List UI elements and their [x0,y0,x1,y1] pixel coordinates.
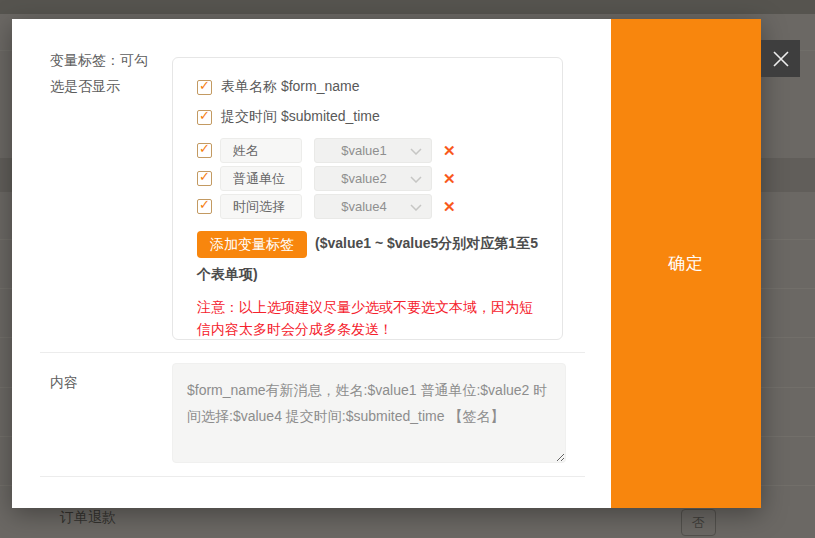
chevron-down-icon [410,148,422,155]
variable-row-label: 提交时间 $submited_time [221,108,380,126]
variable-select[interactable]: $value1 [314,138,432,163]
background-header-bar [0,0,815,14]
variable-row-form-name: 表单名称 $form_name [197,78,544,96]
variable-field-row: $value1 ✕ [197,138,544,163]
sms-variable-settings-dialog: 变量标签：可勾选是否显示 表单名称 $form_name 提交时间 $submi… [12,19,761,508]
field-name-input[interactable] [220,166,302,191]
section-divider [40,476,585,477]
field-name-input[interactable] [220,138,302,163]
variable-tags-section-label: 变量标签：可勾选是否显示 [50,47,156,99]
variable-row-submit-time: 提交时间 $submited_time [197,108,544,126]
close-dialog-button[interactable] [761,40,800,77]
variable-field-row: $value2 ✕ [197,166,544,191]
checkbox-checked-icon[interactable] [197,171,212,186]
delete-row-icon[interactable]: ✕ [443,143,456,158]
checkbox-checked-icon[interactable] [197,110,212,125]
delete-row-icon[interactable]: ✕ [443,199,456,214]
sms-warning-note: 注意：以上选项建议尽量少选或不要选文本域，因为短信内容太多时会分成多条发送！ [197,296,544,340]
checkbox-checked-icon[interactable] [197,143,212,158]
variable-select-value: $value1 [341,143,387,158]
variable-row-label: 表单名称 $form_name [221,78,359,96]
variable-tags-panel: 表单名称 $form_name 提交时间 $submited_time $val… [172,57,563,340]
background-row-label: 订单退款 [60,509,116,527]
section-divider [40,352,585,353]
variable-select[interactable]: $value4 [314,194,432,219]
content-section-label: 内容 [50,369,156,395]
field-name-input[interactable] [220,194,302,219]
checkbox-checked-icon[interactable] [197,199,212,214]
checkbox-checked-icon[interactable] [197,80,212,95]
confirm-button[interactable]: 确定 [611,19,761,508]
chevron-down-icon [410,176,422,183]
close-icon [771,49,791,69]
delete-row-icon[interactable]: ✕ [443,171,456,186]
variable-select[interactable]: $value2 [314,166,432,191]
variable-select-value: $value2 [341,171,387,186]
sms-content-textarea[interactable]: $form_name有新消息，姓名:$value1 普通单位:$value2 时… [172,363,566,463]
add-variable-tag-button[interactable]: 添加变量标签 [197,231,307,258]
add-variable-row: 添加变量标签($value1 ~ $value5分别对应第1至5个表单项) [197,228,544,290]
variable-select-value: $value4 [341,199,387,214]
chevron-down-icon [410,204,422,211]
variable-field-row: $value4 ✕ [197,194,544,219]
background-no-button: 否 [681,509,716,536]
